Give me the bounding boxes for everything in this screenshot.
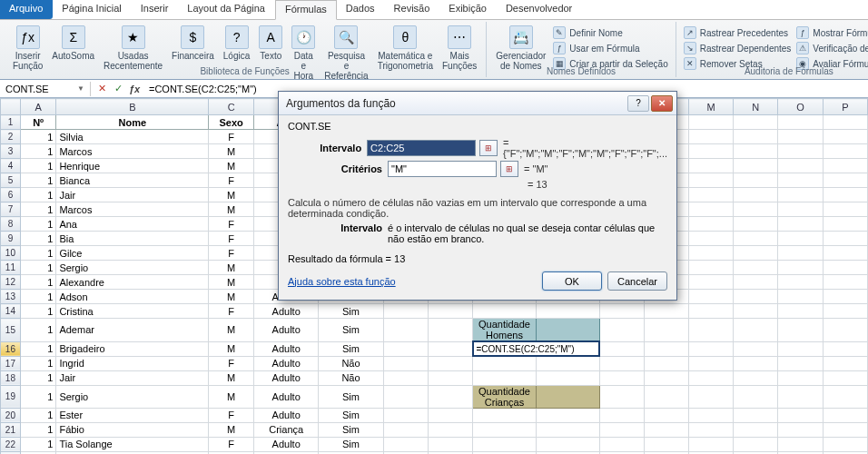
cell[interactable]: F [209, 408, 254, 422]
cell[interactable] [644, 356, 688, 370]
lookup-button[interactable]: 🔍Pesquisa e Referência [321, 24, 371, 83]
cell[interactable] [688, 173, 733, 188]
cell[interactable] [688, 437, 733, 451]
cell[interactable] [688, 370, 733, 385]
cell[interactable] [734, 202, 778, 217]
cell[interactable]: Fábio [56, 422, 209, 437]
text-button[interactable]: ATexto [255, 24, 286, 63]
cell[interactable] [688, 261, 733, 275]
cell[interactable]: Sim [319, 437, 383, 451]
cell[interactable] [778, 217, 823, 232]
cell[interactable] [823, 319, 867, 342]
cell[interactable]: Sim [319, 319, 383, 342]
cell[interactable]: Gilce [56, 246, 209, 261]
cell[interactable] [823, 144, 867, 159]
tab-view[interactable]: Exibição [439, 0, 497, 19]
cell[interactable]: Ingrid [56, 356, 209, 370]
cell[interactable] [383, 304, 428, 319]
cell[interactable]: Tia Solange [56, 437, 209, 451]
cell[interactable]: F [209, 437, 254, 451]
cell[interactable]: 1 [20, 319, 56, 342]
cell[interactable]: 1 [20, 202, 56, 217]
cell[interactable]: F [209, 304, 254, 319]
cell[interactable] [383, 408, 428, 422]
cell[interactable]: 1 [20, 290, 56, 304]
cell[interactable]: 1 [20, 408, 56, 422]
use-in-formula-button[interactable]: ƒUsar em Fórmula [551, 41, 669, 55]
cell[interactable] [536, 437, 599, 451]
formula-fx-button[interactable]: ƒx [127, 82, 142, 96]
cell[interactable]: Adulto [253, 356, 318, 370]
cell[interactable]: F [209, 217, 254, 232]
cell[interactable]: Quantidade Crianças [473, 385, 537, 408]
cell[interactable]: Ana [56, 217, 209, 232]
row-header[interactable]: 15 [1, 319, 21, 342]
cell[interactable]: F [209, 246, 254, 261]
cell[interactable] [734, 246, 778, 261]
cell[interactable] [536, 304, 599, 319]
cell[interactable] [688, 130, 733, 144]
cell[interactable] [644, 385, 688, 408]
cell[interactable] [688, 217, 733, 232]
cell[interactable]: M [209, 341, 254, 356]
cell[interactable] [644, 422, 688, 437]
cell[interactable] [473, 356, 537, 370]
cell[interactable]: M [209, 144, 254, 159]
trace-prec-button[interactable]: ↗Rastrear Precedentes [682, 25, 794, 40]
cell[interactable] [383, 370, 428, 385]
row-header[interactable]: 10 [1, 246, 21, 261]
cell[interactable] [734, 290, 778, 304]
cell[interactable] [734, 173, 778, 188]
cell[interactable] [734, 437, 778, 451]
cell[interactable] [644, 304, 688, 319]
cell[interactable] [536, 370, 599, 385]
cell[interactable]: 1 [20, 422, 56, 437]
cell[interactable]: 1 [20, 246, 56, 261]
cell[interactable] [536, 319, 599, 342]
cell[interactable] [778, 115, 823, 130]
cell[interactable]: 1 [20, 370, 56, 385]
cell[interactable]: 1 [20, 437, 56, 451]
dialog-help-button[interactable]: ? [627, 95, 649, 112]
col-header-P[interactable]: P [823, 99, 867, 115]
cell[interactable]: Criança [253, 422, 318, 437]
row-header[interactable]: 14 [1, 304, 21, 319]
cell[interactable] [778, 202, 823, 217]
cell[interactable]: Adulto [253, 319, 318, 342]
trace-dep-button[interactable]: ↘Rastrear Dependentes [682, 41, 794, 55]
cell[interactable]: F [209, 356, 254, 370]
row-header[interactable]: 7 [1, 202, 21, 217]
cell[interactable] [688, 246, 733, 261]
cell[interactable]: Não [319, 370, 383, 385]
dialog-help-link[interactable]: Ajuda sobre esta função [288, 276, 396, 287]
cell[interactable] [734, 422, 778, 437]
cell[interactable]: F [209, 232, 254, 246]
tab-review[interactable]: Revisão [385, 0, 440, 19]
col-header-M[interactable]: M [688, 99, 733, 115]
col-header-A[interactable]: A [20, 99, 56, 115]
tab-formulas[interactable]: Fórmulas [275, 0, 337, 20]
cell[interactable] [383, 356, 428, 370]
cell[interactable] [823, 202, 867, 217]
more-button[interactable]: ⋯Mais Funções [439, 24, 480, 73]
row-header[interactable]: 1 [1, 115, 21, 130]
cell[interactable]: Marcos [56, 144, 209, 159]
cell[interactable]: Não [319, 356, 383, 370]
show-formulas-button[interactable]: ƒMostrar Fórmulas [794, 25, 868, 40]
cell[interactable] [823, 356, 867, 370]
name-box[interactable]: CONT.SE▼ [0, 82, 91, 96]
cell[interactable] [536, 356, 599, 370]
cell[interactable]: Ademar [56, 319, 209, 342]
cell[interactable] [688, 202, 733, 217]
cell[interactable] [428, 437, 472, 451]
cell[interactable] [644, 437, 688, 451]
cell[interactable] [688, 408, 733, 422]
cell[interactable]: 1 [20, 232, 56, 246]
cell[interactable] [383, 385, 428, 408]
row-header[interactable]: 8 [1, 217, 21, 232]
cell[interactable] [734, 408, 778, 422]
cell[interactable] [778, 144, 823, 159]
cell[interactable]: M [209, 261, 254, 275]
cell[interactable] [536, 385, 599, 408]
cell[interactable]: Henrique [56, 159, 209, 173]
